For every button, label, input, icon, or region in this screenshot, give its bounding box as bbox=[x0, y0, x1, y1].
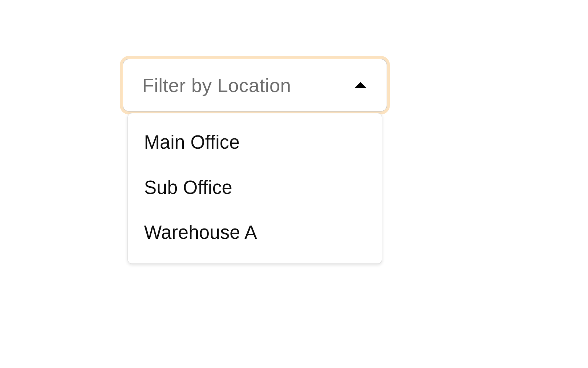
caret-up-icon bbox=[354, 82, 367, 88]
location-option-label: Main Office bbox=[144, 132, 240, 153]
location-option-main-office[interactable]: Main Office bbox=[128, 120, 382, 165]
location-option-label: Sub Office bbox=[144, 177, 232, 198]
location-filter-select[interactable]: Filter by Location bbox=[122, 59, 387, 112]
location-option-warehouse-a[interactable]: Warehouse A bbox=[128, 210, 382, 255]
location-option-label: Warehouse A bbox=[144, 222, 257, 243]
location-filter-placeholder: Filter by Location bbox=[142, 74, 291, 96]
location-filter-wrapper: Filter by Location Main Office Sub Offic… bbox=[122, 59, 387, 112]
location-option-sub-office[interactable]: Sub Office bbox=[128, 165, 382, 210]
location-filter-dropdown: Main Office Sub Office Warehouse A bbox=[128, 113, 382, 264]
